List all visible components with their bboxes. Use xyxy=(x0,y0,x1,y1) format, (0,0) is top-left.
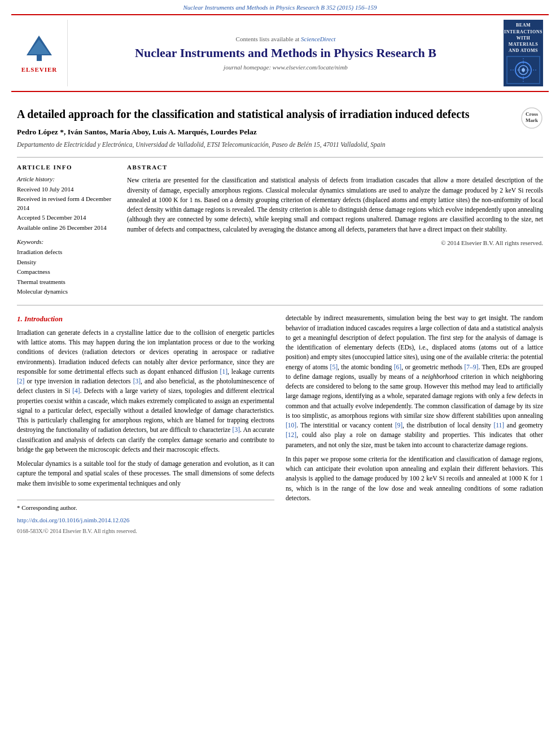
sciencedirect-link[interactable]: ScienceDirect xyxy=(301,36,335,42)
keywords-label: Keywords: xyxy=(17,238,116,246)
contents-available-text: Contents lists available at ScienceDirec… xyxy=(236,35,336,43)
keyword-1: Irradiation defects xyxy=(17,248,116,256)
crossmark-icon: Cross Mark xyxy=(520,107,543,129)
content-divider xyxy=(17,305,543,305)
journal-reference: Nuclear Instruments and Methods in Physi… xyxy=(0,0,560,14)
elsevier-logo: ELSEVIER xyxy=(17,20,68,86)
keyword-4: Thermal treatments xyxy=(17,278,116,286)
col2-paragraph-1: detectable by indirect measurements, sim… xyxy=(286,313,543,450)
elsevier-tree-icon xyxy=(21,33,58,64)
section-1-heading: 1. Introduction xyxy=(17,313,274,325)
intro-paragraph-1: Irradiation can generate defects in a cr… xyxy=(17,328,274,455)
svg-text:Mark: Mark xyxy=(526,117,538,123)
journal-cover-image: BEAMINTERACTIONSWITHMATERIALSAND ATOMS xyxy=(504,20,543,86)
keyword-3: Compactness xyxy=(17,268,116,276)
journal-header: ELSEVIER Contents lists available at Sci… xyxy=(11,14,549,92)
abstract-text: New criteria are presented for the class… xyxy=(127,176,543,234)
available-date: Available online 26 December 2014 xyxy=(17,224,116,232)
rights-line: 0168-583X/© 2014 Elsevier B.V. All right… xyxy=(17,527,274,535)
accepted-date: Accepted 5 December 2014 xyxy=(17,213,116,222)
article-info-title: ARTICLE INFO xyxy=(17,163,116,172)
crossmark-badge: Cross Mark xyxy=(520,107,543,132)
intro-paragraph-2: Molecular dynamics is a suitable tool fo… xyxy=(17,459,274,488)
corresponding-footnote: * Corresponding author. xyxy=(17,503,274,513)
article-info-column: ARTICLE INFO Article history: Received 1… xyxy=(17,163,116,297)
abstract-title: ABSTRACT xyxy=(127,163,543,172)
col2-paragraph-2: In this paper we propose some criteria f… xyxy=(286,455,543,503)
journal-title: Nuclear Instruments and Methods in Physi… xyxy=(135,46,436,60)
keyword-5: Molecular dynamics xyxy=(17,287,116,296)
history-label: Article history: xyxy=(17,175,116,184)
copyright-line: © 2014 Elsevier B.V. All rights reserved… xyxy=(127,239,543,248)
left-column: 1. Introduction Irradiation can generate… xyxy=(17,313,274,535)
received-date: Received 10 July 2014 xyxy=(17,185,116,194)
journal-center-header: Contents lists available at ScienceDirec… xyxy=(73,20,498,86)
footnote-area: * Corresponding author. http://dx.doi.or… xyxy=(17,500,274,535)
info-abstract-section: ARTICLE INFO Article history: Received 1… xyxy=(17,157,543,297)
cover-graphic-icon xyxy=(508,57,539,83)
cover-image-placeholder xyxy=(506,56,540,84)
received-revised-date: Received in revised form 4 December 2014 xyxy=(17,195,116,212)
affiliation: Departamento de Electricidad y Electróni… xyxy=(17,140,543,149)
svg-marker-2 xyxy=(28,40,50,54)
right-column: detectable by indirect measurements, sim… xyxy=(286,313,543,535)
svg-text:Cross: Cross xyxy=(526,111,538,117)
article-title: A detailed approach for the classificati… xyxy=(17,107,543,121)
journal-homepage: journal homepage: www.elsevier.com/locat… xyxy=(224,63,348,72)
cover-beam-text: BEAMINTERACTIONSWITHMATERIALSAND ATOMS xyxy=(504,22,542,54)
abstract-column: ABSTRACT New criteria are presented for … xyxy=(127,163,543,297)
keywords-section: Keywords: Irradiation defects Density Co… xyxy=(17,238,116,296)
main-content: 1. Introduction Irradiation can generate… xyxy=(17,313,543,535)
article-container: Cross Mark A detailed approach for the c… xyxy=(17,92,543,535)
authors: Pedro López *, Iván Santos, María Aboy, … xyxy=(17,127,543,138)
doi-link: http://dx.doi.org/10.1016/j.nimb.2014.12… xyxy=(17,516,274,525)
elsevier-brand-text: ELSEVIER xyxy=(21,65,58,74)
keyword-2: Density xyxy=(17,258,116,267)
